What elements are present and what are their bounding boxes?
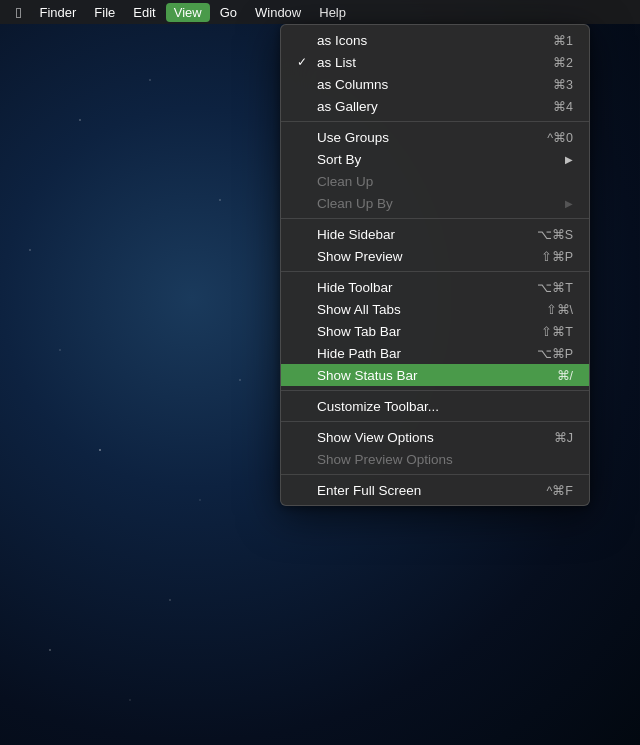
menubar-finder[interactable]: Finder <box>31 3 84 22</box>
menu-label-clean-up-by: Clean Up By <box>317 196 393 211</box>
shortcut-show-preview: ⇧⌘P <box>541 249 573 264</box>
menu-label-show-all-tabs: Show All Tabs <box>317 302 401 317</box>
menu-label-as-columns: as Columns <box>317 77 388 92</box>
shortcut-show-status-bar: ⌘/ <box>557 368 573 383</box>
menu-label-customize-toolbar: Customize Toolbar... <box>317 399 439 414</box>
menu-item-show-tab-bar[interactable]: Show Tab Bar ⇧⌘T <box>281 320 589 342</box>
shortcut-show-view-options: ⌘J <box>554 430 573 445</box>
shortcut-as-gallery: ⌘4 <box>553 99 573 114</box>
menu-label-as-icons: as Icons <box>317 33 367 48</box>
separator-5 <box>281 421 589 422</box>
menu-item-use-groups[interactable]: Use Groups ^⌘0 <box>281 126 589 148</box>
menu-item-hide-path-bar[interactable]: Hide Path Bar ⌥⌘P <box>281 342 589 364</box>
shortcut-as-list: ⌘2 <box>553 55 573 70</box>
menu-label-hide-sidebar: Hide Sidebar <box>317 227 395 242</box>
menu-item-enter-full-screen[interactable]: Enter Full Screen ^⌘F <box>281 479 589 501</box>
shortcut-show-tab-bar: ⇧⌘T <box>541 324 573 339</box>
menu-item-hide-sidebar[interactable]: Hide Sidebar ⌥⌘S <box>281 223 589 245</box>
shortcut-show-all-tabs: ⇧⌘\ <box>546 302 573 317</box>
menu-label-sort-by: Sort By <box>317 152 361 167</box>
separator-3 <box>281 271 589 272</box>
shortcut-as-columns: ⌘3 <box>553 77 573 92</box>
menubar-help[interactable]: Help <box>311 3 354 22</box>
shortcut-use-groups: ^⌘0 <box>547 130 573 145</box>
menu-item-show-status-bar[interactable]: Show Status Bar ⌘/ <box>281 364 589 386</box>
menu-label-hide-toolbar: Hide Toolbar <box>317 280 393 295</box>
shortcut-hide-toolbar: ⌥⌘T <box>537 280 573 295</box>
menu-label-show-status-bar: Show Status Bar <box>317 368 418 383</box>
menubar-edit[interactable]: Edit <box>125 3 163 22</box>
submenu-arrow-clean-up-by: ▶ <box>565 198 573 209</box>
desktop:  Finder File Edit View Go Window Help a… <box>0 0 640 745</box>
menu-label-as-list: as List <box>317 55 356 70</box>
menu-label-as-gallery: as Gallery <box>317 99 378 114</box>
menu-item-as-list[interactable]: ✓ as List ⌘2 <box>281 51 589 73</box>
separator-4 <box>281 390 589 391</box>
menubar:  Finder File Edit View Go Window Help <box>0 0 640 24</box>
menu-item-show-view-options[interactable]: Show View Options ⌘J <box>281 426 589 448</box>
menu-item-as-gallery[interactable]: as Gallery ⌘4 <box>281 95 589 117</box>
menu-label-show-tab-bar: Show Tab Bar <box>317 324 401 339</box>
separator-6 <box>281 474 589 475</box>
menubar-view[interactable]: View <box>166 3 210 22</box>
submenu-arrow-sort-by: ▶ <box>565 154 573 165</box>
apple-menu[interactable]:  <box>8 4 29 21</box>
menu-item-customize-toolbar[interactable]: Customize Toolbar... <box>281 395 589 417</box>
menu-item-show-all-tabs[interactable]: Show All Tabs ⇧⌘\ <box>281 298 589 320</box>
menu-item-as-icons[interactable]: as Icons ⌘1 <box>281 29 589 51</box>
checkmark-as-list: ✓ <box>297 55 313 69</box>
menu-item-show-preview-options: Show Preview Options <box>281 448 589 470</box>
menu-item-hide-toolbar[interactable]: Hide Toolbar ⌥⌘T <box>281 276 589 298</box>
menu-label-show-view-options: Show View Options <box>317 430 434 445</box>
menu-label-enter-full-screen: Enter Full Screen <box>317 483 421 498</box>
menubar-file[interactable]: File <box>86 3 123 22</box>
menu-item-as-columns[interactable]: as Columns ⌘3 <box>281 73 589 95</box>
menu-label-use-groups: Use Groups <box>317 130 389 145</box>
shortcut-hide-sidebar: ⌥⌘S <box>537 227 573 242</box>
separator-1 <box>281 121 589 122</box>
view-dropdown-menu: as Icons ⌘1 ✓ as List ⌘2 as Columns ⌘3 a… <box>280 24 590 506</box>
menu-item-clean-up: Clean Up <box>281 170 589 192</box>
shortcut-enter-full-screen: ^⌘F <box>546 483 573 498</box>
menu-label-clean-up: Clean Up <box>317 174 373 189</box>
menu-item-sort-by[interactable]: Sort By ▶ <box>281 148 589 170</box>
menu-item-show-preview[interactable]: Show Preview ⇧⌘P <box>281 245 589 267</box>
separator-2 <box>281 218 589 219</box>
menu-label-show-preview-options: Show Preview Options <box>317 452 453 467</box>
menu-label-show-preview: Show Preview <box>317 249 403 264</box>
menu-item-clean-up-by: Clean Up By ▶ <box>281 192 589 214</box>
menu-label-hide-path-bar: Hide Path Bar <box>317 346 401 361</box>
menubar-window[interactable]: Window <box>247 3 309 22</box>
shortcut-as-icons: ⌘1 <box>553 33 573 48</box>
menubar-go[interactable]: Go <box>212 3 245 22</box>
shortcut-hide-path-bar: ⌥⌘P <box>537 346 573 361</box>
